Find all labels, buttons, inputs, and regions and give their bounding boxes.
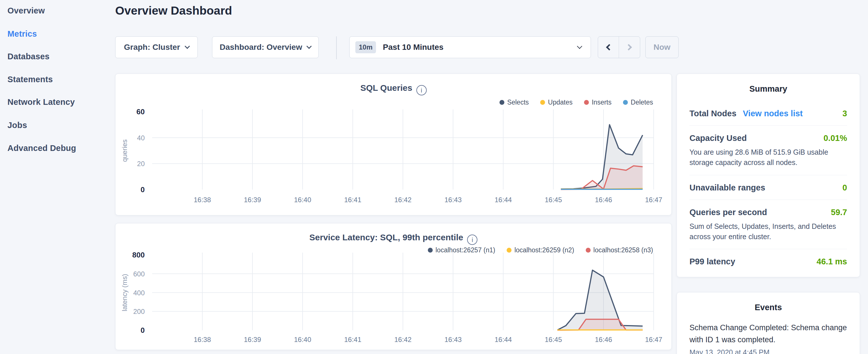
x-axis-tick-label: 16:44 <box>495 196 512 204</box>
sidebar-item-jobs[interactable]: Jobs <box>7 119 27 132</box>
legend-item[interactable]: localhost:26259 (n2) <box>507 246 574 254</box>
capacity-used-label: Capacity Used <box>689 133 747 142</box>
legend-item[interactable]: Inserts <box>584 99 612 106</box>
x-axis-tick-label: 16:45 <box>545 336 562 344</box>
sidebar-item-advanced-debug[interactable]: Advanced Debug <box>7 141 76 155</box>
legend-item[interactable]: Deletes <box>623 99 653 106</box>
summary-row-p99-latency: P99 latency 46.1 ms <box>689 249 847 273</box>
service-latency-chart-title: Service Latency: SQL, 99th percentile <box>309 232 463 242</box>
legend-item[interactable]: Updates <box>540 99 572 106</box>
view-nodes-list-link[interactable]: View nodes list <box>743 109 803 118</box>
legend-dot-icon <box>507 248 512 253</box>
legend-label: localhost:26258 (n3) <box>593 246 653 254</box>
summary-title: Summary <box>689 74 847 94</box>
x-axis-tick-label: 16:42 <box>394 196 411 204</box>
service-latency-legend: localhost:26257 (n1)localhost:26259 (n2)… <box>428 246 653 254</box>
sql-queries-panel: SQL Queriesi SelectsUpdatesInsertsDelete… <box>115 74 672 215</box>
legend-label: Selects <box>507 99 529 106</box>
x-axis-tick-label: 16:38 <box>194 196 211 204</box>
chevron-down-icon <box>307 43 312 49</box>
y-axis-tick-label: 20 <box>137 160 145 167</box>
summary-row-capacity-used: Capacity Used 0.01% You are using 28.6 M… <box>689 125 847 175</box>
service-latency-panel: Service Latency: SQL, 99th percentilei l… <box>115 223 672 350</box>
info-icon[interactable]: i <box>467 234 477 245</box>
legend-item[interactable]: localhost:26257 (n1) <box>428 246 495 254</box>
unavailable-ranges-label: Unavailable ranges <box>689 183 765 192</box>
sidebar-item-statements[interactable]: Statements <box>7 73 53 86</box>
y-axis-tick-label: 400 <box>133 289 145 297</box>
dashboard-dropdown[interactable]: Dashboard: Overview <box>212 36 319 58</box>
summary-row-unavailable-ranges: Unavailable ranges 0 <box>689 175 847 200</box>
controls-divider <box>336 36 337 59</box>
sql-queries-legend: SelectsUpdatesInsertsDeletes <box>499 99 653 106</box>
event-item-text: Schema Change Completed: Schema change w… <box>689 322 847 346</box>
legend-item[interactable]: Selects <box>499 99 529 106</box>
events-panel: Events Schema Change Completed: Schema c… <box>677 292 860 354</box>
legend-dot-icon <box>584 100 589 105</box>
y-axis-tick-label: 40 <box>137 134 145 142</box>
time-range-label: Past 10 Minutes <box>383 43 443 52</box>
p99-latency-value: 46.1 ms <box>817 257 847 266</box>
y-axis-unit-label: queries <box>121 139 128 162</box>
y-axis-tick-label: 60 <box>136 107 145 116</box>
sidebar-item-databases[interactable]: Databases <box>7 50 50 63</box>
legend-item[interactable]: localhost:26258 (n3) <box>586 246 653 254</box>
x-axis-tick-label: 16:41 <box>344 196 361 204</box>
time-nav-group <box>598 36 640 58</box>
x-axis-tick-label: 16:43 <box>444 336 462 344</box>
x-axis-tick-label: 16:39 <box>244 336 261 344</box>
chart-title-row: SQL Queriesi <box>116 83 672 95</box>
p99-latency-label: P99 latency <box>689 257 735 266</box>
sidebar-item-network-latency[interactable]: Network Latency <box>7 95 75 108</box>
y-axis-tick-label: 200 <box>133 308 145 315</box>
page-title: Overview Dashboard <box>115 4 232 18</box>
series-line <box>561 125 643 189</box>
summary-row-queries-per-second: Queries per second 59.7 Sum of Selects, … <box>689 200 847 249</box>
capacity-used-description: You are using 28.6 MiB of 515.9 GiB usab… <box>689 147 847 168</box>
sidebar-item-metrics[interactable]: Metrics <box>7 27 37 40</box>
chevron-right-icon <box>625 44 632 51</box>
sidebar-item-overview[interactable]: Overview <box>7 4 45 17</box>
events-title: Events <box>689 292 847 312</box>
x-axis-tick-label: 16:42 <box>394 336 411 344</box>
legend-label: Updates <box>548 99 572 106</box>
total-nodes-label: Total Nodes <box>689 109 737 118</box>
series-line <box>561 166 643 190</box>
queries-per-second-label: Queries per second <box>689 207 767 217</box>
series-line <box>561 189 643 189</box>
chevron-left-icon <box>606 44 613 51</box>
time-prev-button[interactable] <box>598 37 619 58</box>
legend-dot-icon <box>428 248 433 253</box>
unavailable-ranges-value: 0 <box>842 183 847 192</box>
y-axis-tick-label: 0 <box>141 326 145 334</box>
time-range-selector[interactable]: 10m Past 10 Minutes <box>349 36 591 58</box>
x-axis-tick-label: 16:43 <box>444 196 462 204</box>
legend-dot-icon <box>499 100 504 105</box>
graph-dropdown-label: Graph: Cluster <box>124 43 180 52</box>
x-axis-tick-label: 16:47 <box>645 196 662 204</box>
x-axis-tick-label: 16:47 <box>645 336 662 344</box>
series-area <box>557 319 643 330</box>
legend-label: localhost:26259 (n2) <box>515 246 574 254</box>
series-line <box>557 270 643 330</box>
chart-title-row: Service Latency: SQL, 99th percentilei <box>116 232 672 245</box>
chevron-down-icon <box>577 43 582 49</box>
now-button[interactable]: Now <box>645 36 679 58</box>
time-next-button[interactable] <box>619 37 640 58</box>
legend-label: Inserts <box>592 99 612 106</box>
sql-queries-chart-title: SQL Queries <box>360 83 412 93</box>
summary-panel: Summary Total Nodes View nodes list 3 Ca… <box>677 74 860 277</box>
capacity-used-value: 0.01% <box>824 133 847 143</box>
y-axis-tick-label: 600 <box>133 270 145 278</box>
x-axis-tick-label: 16:45 <box>545 196 562 204</box>
series-area <box>557 270 643 330</box>
series-area <box>561 125 643 190</box>
graph-dropdown[interactable]: Graph: Cluster <box>115 36 198 58</box>
info-icon[interactable]: i <box>416 85 427 95</box>
series-area <box>561 166 643 190</box>
x-axis-tick-label: 16:46 <box>595 196 612 204</box>
series-area <box>561 189 643 190</box>
x-axis-tick-label: 16:39 <box>244 196 261 204</box>
sidebar: OverviewMetricsDatabasesStatementsNetwor… <box>0 0 112 354</box>
x-axis-tick-label: 16:40 <box>294 196 311 204</box>
